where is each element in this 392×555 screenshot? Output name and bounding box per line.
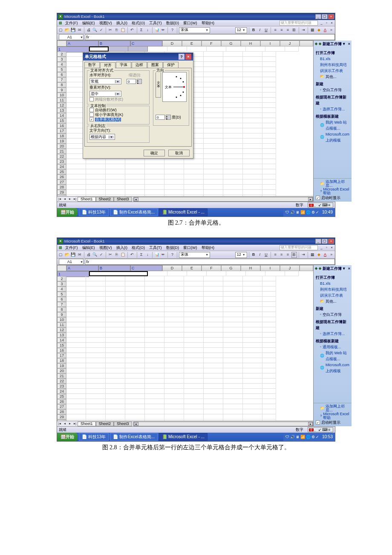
col-header[interactable]: J xyxy=(280,265,300,271)
cell[interactable] xyxy=(204,139,223,144)
cell[interactable] xyxy=(148,271,167,276)
cell[interactable] xyxy=(223,154,243,159)
row-header[interactable]: 3 xyxy=(57,57,66,62)
new-icon[interactable]: ▢ xyxy=(58,27,63,33)
cell[interactable] xyxy=(164,332,184,338)
dialog-help-button[interactable]: ? xyxy=(179,54,184,60)
menu-insert[interactable]: 插入(I) xyxy=(114,246,130,250)
cell[interactable] xyxy=(262,118,276,123)
cell[interactable] xyxy=(262,276,276,281)
minimize-button[interactable]: _ xyxy=(315,14,321,19)
align-right-icon[interactable]: ≡ xyxy=(285,27,291,33)
help-search-input[interactable]: 键入需要帮助的问题 xyxy=(280,245,318,250)
cell[interactable] xyxy=(145,195,164,196)
cell[interactable] xyxy=(184,379,204,384)
cell[interactable] xyxy=(86,164,106,169)
cell[interactable] xyxy=(262,343,276,348)
cell[interactable] xyxy=(145,169,164,174)
cell[interactable] xyxy=(184,394,204,399)
tp-link-ms-template[interactable]: 🌐Microsoft.com 上的模板 xyxy=(316,131,349,143)
tray-icon[interactable]: 🌐 xyxy=(306,211,311,214)
drawing-icon[interactable]: ✏ xyxy=(161,27,166,33)
cell[interactable] xyxy=(106,322,125,327)
print-icon[interactable]: 🖨 xyxy=(86,27,92,33)
tp-link-web-template[interactable]: 🌐我的 Web 站点模板... xyxy=(316,350,349,362)
cell[interactable] xyxy=(125,389,145,394)
row-header[interactable]: 7 xyxy=(57,77,66,82)
cell[interactable] xyxy=(223,52,243,57)
cell[interactable] xyxy=(66,327,86,332)
cell[interactable] xyxy=(164,358,184,363)
cell[interactable] xyxy=(66,363,86,368)
row-header[interactable]: 23 xyxy=(57,384,66,389)
cell[interactable] xyxy=(204,62,223,67)
cell[interactable] xyxy=(204,317,223,322)
cell[interactable] xyxy=(167,46,187,52)
cell[interactable] xyxy=(204,82,223,87)
close-button[interactable]: × xyxy=(328,239,334,244)
tray-icon[interactable]: 📶 xyxy=(300,435,305,439)
menu-format[interactable]: 格式(O) xyxy=(130,246,147,250)
cell[interactable] xyxy=(164,373,184,379)
tray-icon[interactable]: ⚙ xyxy=(311,211,315,214)
col-header[interactable]: G xyxy=(221,40,241,46)
cell[interactable] xyxy=(223,409,243,414)
tp-link-add-network[interactable]: 📁添加网上邻居... xyxy=(316,180,349,188)
h-align-combo[interactable]: 常规▼ xyxy=(89,78,121,84)
cell[interactable] xyxy=(106,338,125,343)
cell[interactable] xyxy=(66,399,86,404)
cell[interactable] xyxy=(223,307,243,312)
cell[interactable] xyxy=(106,164,125,169)
cell[interactable] xyxy=(184,179,204,185)
cell[interactable] xyxy=(106,190,125,195)
cell[interactable] xyxy=(243,399,262,404)
cell[interactable] xyxy=(164,286,184,292)
cell[interactable] xyxy=(223,98,243,103)
cell[interactable] xyxy=(262,358,276,363)
row-header[interactable]: 13 xyxy=(57,108,66,113)
menu-insert[interactable]: 插入(I) xyxy=(114,21,130,25)
cell[interactable] xyxy=(223,368,243,373)
cell[interactable] xyxy=(262,394,276,399)
cell[interactable] xyxy=(145,327,164,332)
cell[interactable] xyxy=(145,190,164,195)
cell[interactable] xyxy=(125,292,145,297)
row-header[interactable]: 11 xyxy=(57,98,66,103)
cell[interactable] xyxy=(262,87,276,92)
cell[interactable] xyxy=(204,302,223,307)
cell[interactable] xyxy=(184,389,204,394)
v-align-combo[interactable]: 居中▼ xyxy=(89,91,121,97)
cell[interactable] xyxy=(262,82,276,87)
taskbar-item[interactable]: 📗Microsoft Excel - ... xyxy=(159,208,208,216)
cell[interactable] xyxy=(164,174,184,179)
cell[interactable] xyxy=(66,179,86,185)
cell[interactable] xyxy=(106,307,125,312)
cell[interactable] xyxy=(204,297,223,302)
cell[interactable] xyxy=(243,190,262,195)
cell[interactable] xyxy=(145,358,164,363)
name-box[interactable]: A1▼ xyxy=(59,34,84,40)
cell[interactable] xyxy=(86,363,106,368)
cell[interactable] xyxy=(262,57,276,62)
cell[interactable] xyxy=(243,103,262,108)
cell[interactable] xyxy=(223,322,243,327)
system-tray[interactable]: 🛡 🔊 🖥 📶 🌐 ⚙ ✓ 10:53 xyxy=(283,433,335,441)
cut-icon[interactable]: ✂ xyxy=(108,27,113,33)
cell[interactable] xyxy=(204,57,223,62)
cell[interactable] xyxy=(86,312,106,317)
startup-checkbox[interactable]: ✓ xyxy=(316,196,320,200)
cell[interactable] xyxy=(243,307,262,312)
fx-icon[interactable]: fx xyxy=(85,260,91,264)
cell[interactable] xyxy=(187,46,207,52)
cell[interactable] xyxy=(125,373,145,379)
tray-icon[interactable]: 🖥 xyxy=(296,211,300,214)
cell[interactable] xyxy=(262,332,276,338)
cell[interactable] xyxy=(184,409,204,414)
formula-bar[interactable]: fx xyxy=(85,34,335,40)
cell[interactable] xyxy=(243,338,262,343)
cell[interactable] xyxy=(243,276,262,281)
row-header[interactable]: 26 xyxy=(57,174,66,179)
cell[interactable] xyxy=(145,312,164,317)
cell[interactable] xyxy=(243,118,262,123)
row-header[interactable]: 17 xyxy=(57,128,66,133)
